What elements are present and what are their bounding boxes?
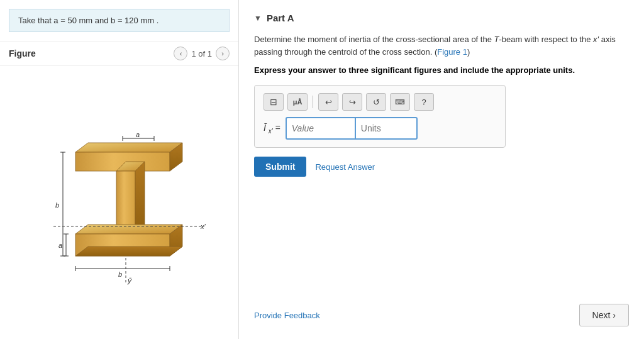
figure-nav: ‹ 1 of 1 › — [174, 47, 230, 60]
toolbar: ⊟ μÅ ↩ ↪ ↺ ⌨ ? — [264, 93, 496, 111]
value-input[interactable] — [286, 117, 355, 140]
express-answer-text: Express your answer to three significant… — [254, 65, 629, 75]
redo-button[interactable]: ↪ — [342, 93, 362, 111]
units-input[interactable] — [355, 117, 418, 140]
matrix-button[interactable]: ⊟ — [264, 93, 284, 111]
toolbar-separator — [313, 96, 313, 108]
part-header: ▼ Part A — [254, 13, 629, 23]
undo-icon: ↩ — [325, 97, 332, 107]
help-icon: ? — [421, 97, 426, 107]
action-row: Submit Request Answer — [254, 157, 629, 177]
answer-box: ⊟ μÅ ↩ ↪ ↺ ⌨ ? Ī x' = — [254, 85, 506, 148]
part-label: Part A — [267, 13, 294, 23]
svg-marker-5 — [135, 162, 145, 234]
given-info-text: Take that a = 50 mm and b = 120 mm . — [18, 16, 158, 25]
equation-label: Ī x' = — [264, 123, 280, 135]
beam-figure: a b a b x' ȳ — [19, 114, 220, 291]
redo-icon: ↪ — [349, 97, 356, 107]
next-figure-button[interactable]: › — [216, 47, 230, 60]
provide-feedback-link[interactable]: Provide Feedback — [254, 311, 320, 320]
svg-marker-9 — [75, 247, 182, 256]
prev-figure-button[interactable]: ‹ — [174, 47, 187, 60]
left-panel: Take that a = 50 mm and b = 120 mm . Fig… — [0, 0, 239, 339]
svg-marker-0 — [75, 143, 182, 152]
svg-text:b: b — [55, 201, 59, 209]
svg-marker-6 — [75, 225, 182, 234]
figure-header: Figure ‹ 1 of 1 › — [0, 41, 238, 66]
submit-button[interactable]: Submit — [254, 157, 306, 177]
part-arrow-icon: ▼ — [254, 14, 262, 23]
keyboard-button[interactable]: ⌨ — [390, 93, 410, 111]
figure-area: a b a b x' ȳ — [0, 66, 238, 339]
page-indicator: 1 of 1 — [191, 49, 212, 58]
request-answer-link[interactable]: Request Answer — [315, 162, 375, 172]
right-panel: ▼ Part A Determine the moment of inertia… — [239, 0, 644, 339]
next-arrow-icon: › — [613, 310, 616, 320]
figure-link[interactable]: Figure 1 — [437, 47, 467, 57]
units-format-button[interactable]: μÅ — [287, 93, 308, 111]
undo-button[interactable]: ↩ — [318, 93, 338, 111]
svg-text:a: a — [136, 131, 140, 138]
equation-input-row: Ī x' = — [264, 117, 496, 140]
bottom-row: Provide Feedback Next › — [254, 291, 629, 326]
refresh-icon: ↺ — [373, 97, 380, 107]
svg-text:b: b — [118, 270, 122, 278]
svg-text:x': x' — [200, 223, 206, 230]
svg-text:ȳ: ȳ — [127, 277, 132, 285]
problem-description: Determine the moment of inertia of the c… — [254, 33, 629, 58]
matrix-icon: ⊟ — [270, 97, 277, 107]
next-button[interactable]: Next › — [579, 304, 629, 326]
refresh-button[interactable]: ↺ — [366, 93, 386, 111]
next-label: Next — [592, 310, 611, 320]
help-button[interactable]: ? — [414, 93, 434, 111]
figure-label: Figure — [9, 48, 174, 58]
given-info-box: Take that a = 50 mm and b = 120 mm . — [9, 9, 230, 32]
keyboard-icon: ⌨ — [395, 98, 405, 106]
units-format-icon: μÅ — [293, 98, 303, 106]
svg-text:a: a — [58, 242, 62, 249]
